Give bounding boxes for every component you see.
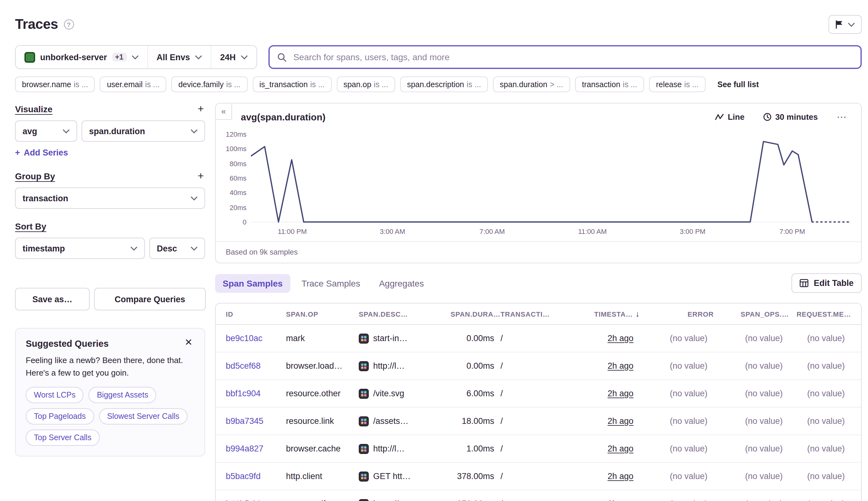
column-label: ID — [226, 310, 233, 318]
compare-queries-button[interactable]: Compare Queries — [94, 288, 206, 310]
suggested-query-chip[interactable]: Slowest Server Calls — [99, 408, 188, 425]
project-selector[interactable]: unborked-server +1 — [16, 46, 147, 68]
suggested-query-chip[interactable]: Top Pageloads — [26, 408, 94, 425]
column-header[interactable]: TRANSACTI… — [500, 310, 573, 318]
suggested-query-chip[interactable]: Biggest Assets — [89, 387, 157, 403]
filter-chip[interactable]: is_transaction is ... — [252, 76, 331, 92]
table-row[interactable]: b9ba7345 resource.link /assets… 18.00ms … — [216, 407, 861, 435]
chart-interval-button[interactable]: 30 minutes — [760, 111, 822, 122]
column-header[interactable]: SPAN_OPS.… — [714, 310, 789, 318]
see-full-list-button[interactable]: See full list — [711, 76, 766, 92]
filter-chip[interactable]: release is ... — [649, 76, 706, 92]
field-select[interactable]: span.duration — [82, 120, 205, 142]
group-by-select[interactable]: transaction — [15, 188, 205, 209]
search-bar — [268, 45, 862, 69]
sort-direction-select[interactable]: Desc — [149, 238, 205, 259]
sort-field-select[interactable]: timestamp — [15, 238, 145, 259]
collapse-sidebar-button[interactable]: « — [216, 104, 232, 120]
span-ops-cell: (no value) — [714, 389, 789, 398]
edit-table-button[interactable]: Edit Table — [792, 274, 862, 293]
column-header[interactable]: ID — [226, 310, 286, 318]
environment-selector[interactable]: All Envs — [147, 46, 211, 68]
span-duration-cell: 1.00ms — [435, 444, 500, 454]
filter-chip[interactable]: device.family is ... — [171, 76, 247, 92]
filter-chip[interactable]: span.description is ... — [400, 76, 488, 92]
filter-chip-key: user.email — [107, 80, 143, 89]
column-header[interactable]: SPAN.DURA… — [435, 310, 500, 318]
column-label: SPAN.OP — [286, 310, 318, 318]
column-label: SPAN.DURA… — [451, 310, 500, 318]
error-cell: (no value) — [640, 333, 714, 343]
timestamp-link[interactable]: 2h ago — [607, 416, 633, 426]
table-icon — [800, 279, 809, 287]
help-icon[interactable]: ? — [64, 19, 74, 30]
span-id-link[interactable]: bd5cef68 — [226, 361, 286, 371]
suggested-query-chip[interactable]: Worst LCPs — [26, 387, 84, 403]
table-row[interactable]: bd5cef68 browser.load… http://l… 0.00ms … — [216, 352, 861, 380]
sort-by-section: Sort By timestamp Desc — [15, 220, 205, 259]
column-header[interactable]: TIMESTA… ↓ — [573, 309, 640, 319]
span-duration-cell: 378.00ms — [435, 471, 500, 481]
filter-chip[interactable]: span.op is ... — [337, 76, 395, 92]
table-row[interactable]: b41bfb26 resource.ifr… https://… 276.00m… — [216, 490, 861, 501]
table-row[interactable]: b994a827 browser.cache http://l… 1.00ms … — [216, 435, 861, 463]
filter-chip[interactable]: browser.name is ... — [15, 76, 95, 92]
tab-span-samples[interactable]: Span Samples — [215, 274, 290, 292]
more-options-icon[interactable]: ⋯ — [833, 110, 851, 124]
add-series-button[interactable]: + Add Series — [15, 148, 68, 157]
span-desc-text: /assets… — [373, 416, 409, 426]
suggested-queries-card: Suggested Queries ✕ Feeling like a newb?… — [15, 328, 205, 457]
filter-chip-rest: is ... — [74, 80, 88, 89]
column-header[interactable]: SPAN.DESC… — [359, 310, 435, 318]
timestamp-link[interactable]: 2h ago — [607, 389, 633, 398]
y-tick-label: 80ms — [230, 160, 246, 167]
column-header[interactable]: REQUEST.ME… — [789, 310, 851, 318]
table-row[interactable]: be9c10ac mark start-in… 0.00ms / 2h ago … — [216, 325, 861, 352]
transaction-cell: / — [500, 444, 573, 454]
span-id-link[interactable]: be9c10ac — [226, 333, 286, 343]
aggregate-select[interactable]: avg — [15, 120, 77, 142]
span-id-link[interactable]: bbf1c904 — [226, 389, 286, 398]
timestamp-link[interactable]: 2h ago — [607, 444, 633, 454]
transaction-cell: / — [500, 471, 573, 481]
span-desc-cell: /vite.svg — [359, 388, 435, 398]
suggested-query-chip[interactable]: Top Server Calls — [26, 429, 99, 446]
span-op-cell: browser.cache — [286, 444, 359, 454]
filter-chip[interactable]: user.email is ... — [100, 76, 167, 92]
filter-chip-rest: is ... — [623, 80, 637, 89]
span-ops-cell: (no value) — [714, 444, 789, 454]
timestamp-link[interactable]: 2h ago — [607, 499, 633, 501]
tab-aggregates[interactable]: Aggregates — [372, 274, 432, 292]
search-input[interactable] — [292, 51, 853, 63]
table-row[interactable]: bbf1c904 resource.other /vite.svg 6.00ms… — [216, 380, 861, 407]
filter-chip[interactable]: span.duration > ... — [493, 76, 570, 92]
transaction-cell: / — [500, 416, 573, 426]
column-header[interactable]: ERROR — [640, 310, 714, 318]
span-ops-cell: (no value) — [714, 361, 789, 371]
sort-desc-icon[interactable]: ↓ — [635, 309, 640, 319]
timestamp-link[interactable]: 2h ago — [607, 333, 633, 343]
close-icon[interactable]: ✕ — [181, 337, 196, 348]
span-duration-cell: 0.00ms — [435, 361, 500, 371]
add-visualize-button[interactable]: + — [196, 104, 205, 114]
column-label: TRANSACTI… — [500, 310, 550, 318]
span-id-link[interactable]: b994a827 — [226, 444, 286, 454]
span-id-link[interactable]: b41bfb26 — [226, 499, 286, 501]
span-desc-cell: https://… — [359, 499, 435, 501]
time-range-selector[interactable]: 24H — [211, 46, 256, 68]
group-by-value: transaction — [23, 193, 68, 203]
column-header[interactable]: SPAN.OP — [286, 310, 359, 318]
timestamp-link[interactable]: 2h ago — [607, 471, 633, 481]
save-as-button[interactable]: Save as… — [15, 288, 90, 310]
timestamp-link[interactable]: 2h ago — [607, 361, 633, 371]
chart-type-button[interactable]: Line — [711, 111, 748, 122]
chart-line-svg — [251, 131, 851, 225]
span-id-link[interactable]: b5bac9fd — [226, 471, 286, 481]
span-id-link[interactable]: b9ba7345 — [226, 416, 286, 426]
whats-new-button[interactable] — [828, 15, 862, 34]
filter-chip[interactable]: transaction is ... — [575, 76, 644, 92]
add-group-by-button[interactable]: + — [196, 171, 205, 181]
table-row[interactable]: b5bac9fd http.client GET htt… 378.00ms /… — [216, 463, 861, 490]
visualize-header: Visualize + — [15, 103, 205, 115]
tab-trace-samples[interactable]: Trace Samples — [294, 274, 368, 292]
